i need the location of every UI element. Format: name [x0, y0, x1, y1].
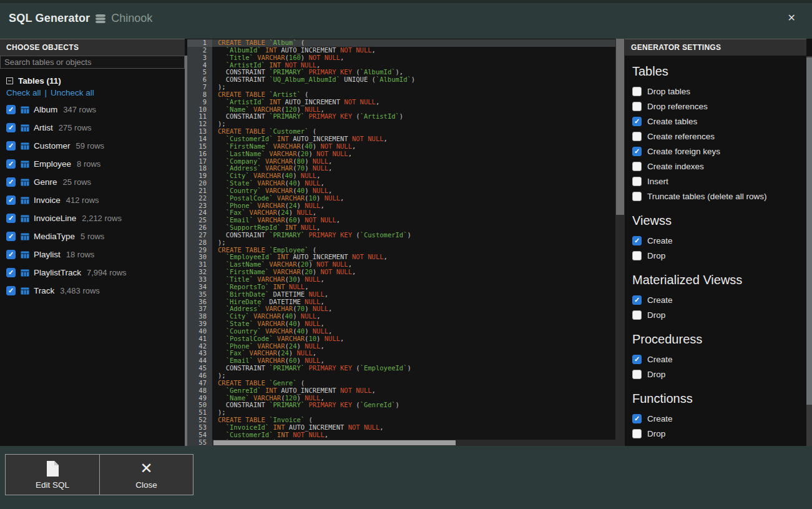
- checkbox[interactable]: ✓: [6, 195, 16, 205]
- sql-code: 1 CREATE TABLE `Album` ( 2 `AlbumId` INT…: [187, 39, 615, 446]
- line-number: 8: [187, 91, 212, 99]
- checkbox[interactable]: [632, 192, 642, 201]
- line-number: 5: [187, 69, 212, 76]
- setting-label: Drop: [647, 251, 665, 260]
- line-number: 55: [187, 439, 212, 446]
- setting-option[interactable]: Create indexes: [632, 159, 812, 174]
- table-row[interactable]: ✓ Invoice 412 rows: [6, 191, 187, 209]
- checkbox[interactable]: [632, 102, 642, 111]
- uncheck-all-link[interactable]: Uncheck all: [51, 88, 94, 101]
- setting-option[interactable]: Drop: [632, 248, 812, 263]
- table-row-count: 347 rows: [63, 105, 96, 114]
- table-row[interactable]: ✓ Playlist 18 rows: [6, 245, 187, 264]
- checkbox[interactable]: ✓: [6, 105, 16, 114]
- setting-option[interactable]: Drop references: [632, 99, 812, 114]
- table-row[interactable]: ✓ Track 3,483 rows: [6, 282, 187, 300]
- file-icon: [46, 460, 59, 477]
- section-title: Viewss: [632, 214, 812, 228]
- line-number: 54: [187, 432, 212, 439]
- table-row[interactable]: ✓ Album 347 rows: [6, 101, 187, 119]
- tables-group-row[interactable]: Tables (11): [6, 74, 187, 87]
- checkbox[interactable]: [632, 310, 642, 320]
- checkbox[interactable]: [632, 132, 642, 141]
- line-number: 3: [187, 54, 212, 62]
- checkbox[interactable]: ✓: [6, 159, 16, 169]
- table-row[interactable]: ✓ PlaylistTrack 7,994 rows: [6, 264, 187, 282]
- table-icon: [21, 142, 29, 150]
- setting-option[interactable]: ✓ Create foreign keys: [632, 144, 812, 159]
- checkbox[interactable]: ✓: [6, 177, 16, 187]
- setting-option[interactable]: Drop: [632, 367, 812, 382]
- checkbox[interactable]: ✓: [632, 236, 642, 245]
- setting-option[interactable]: Drop: [632, 426, 812, 441]
- checkbox[interactable]: [632, 429, 642, 438]
- line-number: 35: [187, 291, 212, 299]
- code-line: 11 CONSTRAINT `PRIMARY` PRIMARY KEY (`Ar…: [187, 113, 615, 121]
- line-number: 47: [187, 380, 212, 387]
- line-number: 1: [187, 39, 212, 47]
- line-number: 41: [187, 335, 212, 343]
- edit-sql-button[interactable]: Edit SQL: [6, 455, 99, 495]
- setting-option[interactable]: ✓ Create tables: [632, 114, 812, 129]
- collapse-icon[interactable]: [6, 77, 13, 84]
- checkbox[interactable]: [632, 370, 642, 379]
- setting-option[interactable]: Drop: [632, 307, 812, 322]
- table-row[interactable]: ✓ MediaType 5 rows: [6, 227, 187, 245]
- setting-option[interactable]: Insert: [632, 174, 812, 189]
- editor-vertical-scrollbar[interactable]: [615, 39, 625, 446]
- search-input[interactable]: [0, 56, 185, 69]
- code-line: 48 `GenreId` INT AUTO_INCREMENT NOT NULL…: [187, 387, 615, 395]
- setting-label: Insert: [647, 177, 668, 186]
- line-number: 22: [187, 195, 212, 202]
- checkbox[interactable]: ✓: [632, 355, 642, 364]
- setting-label: Drop tables: [647, 87, 690, 96]
- checkbox[interactable]: ✓: [6, 214, 16, 223]
- close-icon[interactable]: ✕: [788, 13, 796, 23]
- checkbox[interactable]: ✓: [6, 286, 16, 295]
- setting-option[interactable]: Drop tables: [632, 84, 812, 99]
- checkbox[interactable]: ✓: [6, 232, 16, 241]
- setting-option[interactable]: ✓ Create: [632, 411, 812, 426]
- editor-horizontal-scrollbar[interactable]: [212, 440, 615, 446]
- checkbox[interactable]: ✓: [6, 141, 16, 151]
- table-row[interactable]: ✓ Artist 275 rows: [6, 119, 187, 137]
- setting-option[interactable]: Create references: [632, 129, 812, 144]
- checkbox[interactable]: [632, 251, 642, 260]
- table-name: Album: [34, 105, 57, 114]
- table-row[interactable]: ✓ Customer 59 rows: [6, 137, 187, 155]
- table-row[interactable]: ✓ Employee 8 rows: [6, 155, 187, 173]
- checkbox[interactable]: ✓: [6, 123, 16, 132]
- setting-option[interactable]: ✓ Create: [632, 352, 812, 367]
- file-icon: [46, 460, 59, 477]
- checkbox[interactable]: ✓: [6, 268, 16, 277]
- table-row-count: 2,212 rows: [82, 214, 122, 223]
- setting-option[interactable]: ✓ Create: [632, 233, 812, 248]
- sql-editor[interactable]: 1 CREATE TABLE `Album` ( 2 `AlbumId` INT…: [187, 39, 625, 446]
- checkbox[interactable]: ✓: [632, 295, 642, 305]
- line-number: 27: [187, 232, 212, 239]
- checkbox[interactable]: [632, 162, 642, 171]
- table-row[interactable]: ✓ Genre 25 rows: [6, 173, 187, 191]
- editor-horizontal-scrollbar-thumb[interactable]: [213, 440, 456, 445]
- table-row[interactable]: ✓ InvoiceLine 2,212 rows: [6, 209, 187, 227]
- line-number: 34: [187, 284, 212, 291]
- settings-scrollbar[interactable]: [806, 56, 812, 446]
- checkbox[interactable]: [632, 87, 642, 96]
- close-button[interactable]: ✕ Close: [99, 455, 193, 495]
- table-icon: [21, 269, 29, 277]
- checkbox[interactable]: ✓: [632, 147, 642, 156]
- checkbox[interactable]: ✓: [632, 414, 642, 423]
- settings-scrollbar-thumb[interactable]: [806, 57, 812, 405]
- section-title: Functionss: [632, 392, 812, 406]
- checkbox[interactable]: ✓: [632, 117, 642, 126]
- bulk-select-links: Check all | Uncheck all: [6, 88, 187, 101]
- checkbox[interactable]: [632, 177, 642, 186]
- setting-option[interactable]: ✓ Create: [632, 292, 812, 307]
- check-all-link[interactable]: Check all: [6, 88, 41, 101]
- line-number: 21: [187, 187, 212, 195]
- editor-vertical-scrollbar-thumb[interactable]: [616, 39, 624, 215]
- line-number: 28: [187, 239, 212, 247]
- setting-option[interactable]: Truncate tables (delete all rows): [632, 189, 812, 204]
- checkbox[interactable]: ✓: [6, 250, 16, 259]
- tables-group-label: Tables (11): [18, 76, 61, 86]
